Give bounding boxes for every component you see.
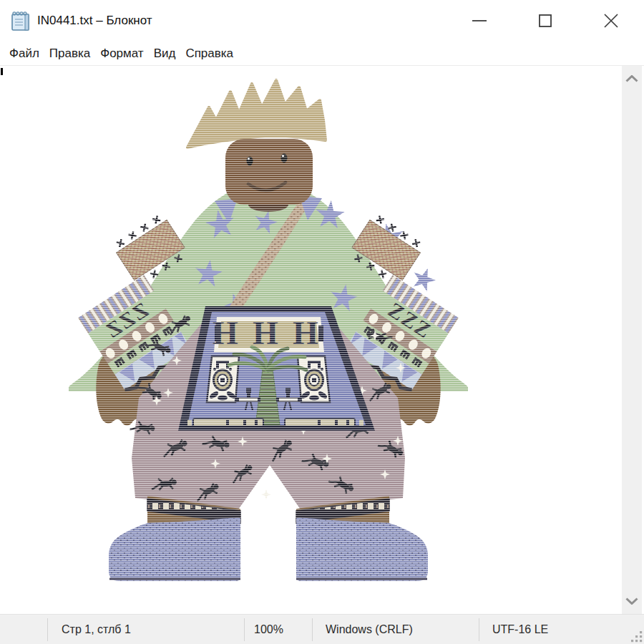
window-title: IN0441.txt – Блокнот <box>37 0 152 42</box>
text-area[interactable]: ZZZ <box>0 66 621 614</box>
menu-bar: Файл Правка Формат Вид Справка <box>0 42 644 66</box>
menu-format[interactable]: Формат <box>95 42 148 65</box>
maximize-button[interactable] <box>512 0 578 42</box>
menu-help[interactable]: Справка <box>180 42 238 65</box>
close-icon <box>603 13 619 29</box>
art-scanline-overlay <box>64 74 476 587</box>
status-cursor-position: Стр 1, стлб 1 <box>62 615 131 644</box>
minimize-button[interactable] <box>447 0 512 42</box>
status-encoding: UTF-16 LE <box>492 615 548 644</box>
close-button[interactable] <box>578 0 644 42</box>
menu-view[interactable]: Вид <box>149 42 181 65</box>
statusbar-separator <box>312 618 313 641</box>
status-zoom-level: 100% <box>254 615 283 644</box>
statusbar-separator <box>479 618 479 641</box>
minimize-icon <box>472 13 487 29</box>
chevron-down-icon[interactable] <box>625 597 638 605</box>
statusbar-separator <box>244 618 245 641</box>
statusbar-separator <box>47 618 48 641</box>
vertical-scrollbar[interactable] <box>622 66 642 614</box>
title-bar[interactable]: IN0441.txt – Блокнот <box>0 0 644 42</box>
notepad-window: { "window": { "title": "IN0441.txt – Бло… <box>0 0 644 644</box>
text-art-figure: ZZZ <box>0 66 621 614</box>
resize-grip-icon[interactable] <box>630 630 643 643</box>
window-controls <box>447 0 644 42</box>
chevron-up-icon[interactable] <box>625 75 638 82</box>
status-bar: Стр 1, стлб 1 100% Windows (CRLF) UTF-16… <box>0 614 644 644</box>
status-line-ending: Windows (CRLF) <box>326 615 413 644</box>
menu-file[interactable]: Файл <box>4 42 44 65</box>
maximize-icon <box>537 13 553 29</box>
menu-edit[interactable]: Правка <box>44 42 95 65</box>
notepad-icon <box>9 9 32 32</box>
